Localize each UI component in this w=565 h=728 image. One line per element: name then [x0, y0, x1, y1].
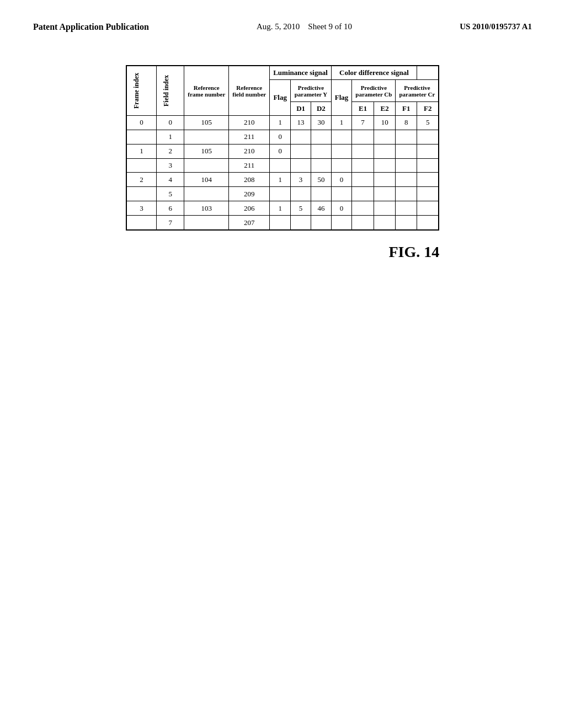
col-e1: E1 [352, 102, 374, 116]
col-ref-field: Referencefield number [229, 66, 270, 116]
col-ref-frame: Referenceframe number [184, 66, 229, 116]
col-pred-cb: Predictiveparameter Cb [352, 80, 396, 102]
col-e2: E2 [374, 102, 396, 116]
table-row: 0010521011330171085 [126, 116, 439, 130]
col-d1: D1 [291, 102, 311, 116]
col-lum-flag: Flag [270, 80, 291, 116]
col-field-index: Field index [157, 66, 184, 116]
patent-number: US 2010/0195737 A1 [460, 22, 532, 31]
col-f2: F2 [417, 102, 439, 116]
group-color: Color difference signal [331, 66, 417, 80]
data-table: Frame index Field index Referenceframe n… [126, 65, 440, 227]
table-row: 5209 [126, 187, 439, 201]
table-row: 7207 [126, 216, 439, 230]
content-area: Frame index Field index Referenceframe n… [126, 65, 440, 261]
table-row: 3211 [126, 158, 439, 173]
col-col-flag: Flag [331, 80, 352, 116]
col-f1: F1 [396, 102, 417, 116]
col-d2: D2 [311, 102, 331, 116]
header-date: Aug. 5, 2010 [257, 22, 300, 31]
table-row: 121052100 [126, 144, 439, 158]
col-pred-y: Predictiveparameter Y [291, 80, 332, 102]
figure-label: FIG. 14 [389, 243, 440, 261]
col-pred-cr: Predictiveparameter Cr [396, 80, 439, 102]
table-row: 12110 [126, 130, 439, 144]
col-frame-index: Frame index [126, 66, 157, 116]
table-row: 3610320615460 [126, 201, 439, 216]
header-center: Aug. 5, 2010 Sheet 9 of 10 [257, 22, 352, 31]
header-sheet: Sheet 9 of 10 [308, 22, 352, 31]
publication-title: Patent Application Publication [33, 22, 149, 32]
group-luminance: Luminance signal [270, 66, 332, 80]
table-row: 2410420813500 [126, 173, 439, 187]
